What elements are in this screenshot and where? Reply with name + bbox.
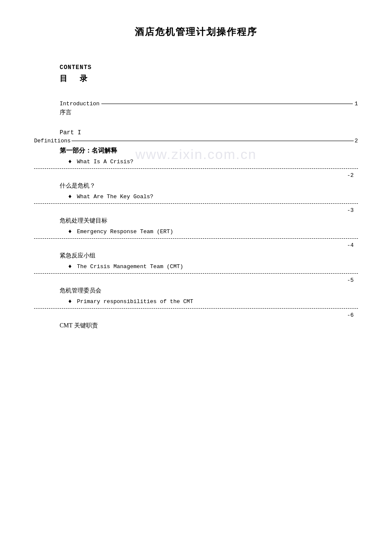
definitions-english: Definitions	[34, 138, 71, 144]
page-ref-4: -5	[347, 277, 354, 283]
ert-chinese: 紧急反应小组	[60, 252, 358, 260]
intro-english-label: Introduction	[60, 101, 100, 107]
entry-key-goals: ♦ What Are The Key Goals? -3 危机处理关键目标	[34, 193, 358, 225]
cmt-resp-english: Primary responsibilities of the CMT	[77, 298, 193, 305]
entry-what-is-crisis: ♦ What Is A Crisis? -2 什么是危机？	[34, 158, 358, 190]
page-container: 酒店危机管理计划操作程序 CONTENTS 目 录 Introduction 1…	[34, 26, 358, 330]
contents-section: CONTENTS 目 录	[34, 64, 358, 84]
part1-section: Part I Definitions 2	[34, 129, 358, 144]
divider-1	[34, 168, 358, 169]
cmt-resp-chinese: CMT 关键职责	[60, 322, 358, 330]
page-ref-5: -6	[347, 312, 354, 318]
ert-english: Emergency Response Team (ERT)	[77, 228, 173, 235]
divider-3	[34, 238, 358, 239]
cmt-chinese: 危机管理委员会	[60, 287, 358, 295]
what-is-crisis-english: What Is A Crisis?	[77, 159, 133, 165]
entry-cmt-responsibilities: ♦ Primary responsibilities of the CMT -6…	[34, 298, 358, 330]
key-goals-chinese: 危机处理关键目标	[60, 217, 358, 225]
intro-chinese: 序言	[60, 109, 358, 116]
mu-lu: 目 录	[60, 73, 358, 84]
definitions-page: 2	[355, 138, 358, 144]
page-title: 酒店危机管理计划操作程序	[34, 26, 358, 38]
bullet-2: ♦	[68, 193, 72, 200]
page-ref-3: -4	[347, 242, 354, 249]
bullet-1: ♦	[68, 158, 72, 165]
divider-5	[34, 308, 358, 309]
entry-ert: ♦ Emergency Response Team (ERT) -4 紧急反应小…	[34, 228, 358, 260]
bullet-5: ♦	[68, 298, 72, 305]
key-goals-english: What Are The Key Goals?	[77, 194, 153, 200]
bullet-3: ♦	[68, 228, 72, 235]
part1-label: Part I	[60, 129, 358, 136]
page-ref-1: -2	[347, 172, 354, 179]
divider-4	[34, 273, 358, 274]
entry-cmt: ♦ The Crisis Management Team (CMT) -5 危机…	[34, 263, 358, 295]
page-ref-2: -3	[347, 207, 354, 214]
contents-label: CONTENTS	[60, 64, 358, 71]
cmt-english: The Crisis Management Team (CMT)	[77, 263, 183, 270]
section1-heading: 第一部分：名词解释	[60, 147, 358, 155]
divider-2	[34, 203, 358, 204]
bullet-4: ♦	[68, 263, 72, 270]
toc-introduction: Introduction 1 序言	[34, 101, 358, 116]
intro-page-num: 1	[355, 101, 358, 107]
what-is-crisis-chinese: 什么是危机？	[60, 182, 358, 190]
